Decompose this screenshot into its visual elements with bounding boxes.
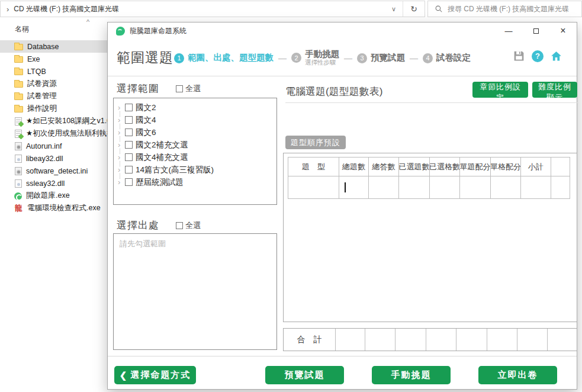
tree-checkbox[interactable]	[125, 141, 133, 149]
source-select-all-checkbox[interactable]	[176, 222, 183, 229]
address-dropdown-icon[interactable]: ∨	[385, 5, 403, 13]
tree-item[interactable]: ›國文4補充文選	[114, 151, 276, 163]
title-bar[interactable]: 龍騰題庫命題系統 — ×	[108, 23, 577, 39]
range-select-all[interactable]: 全選	[176, 83, 201, 94]
file-row[interactable]: Autorun.inf	[0, 140, 107, 152]
app-window: 龍騰題庫命題系統 — × 範圍選題 1範圍、出處、題型題數—2手動挑題選擇性步驟…	[107, 22, 577, 390]
file-row[interactable]: 試卷管理	[0, 90, 107, 102]
tree-expand-icon[interactable]: ›	[118, 153, 125, 162]
step-2[interactable]: 2手動挑題選擇性步驟	[291, 50, 339, 66]
tree-expand-icon[interactable]: ›	[118, 128, 125, 137]
step-label: 預覽試題	[371, 53, 405, 63]
tree-item-label: 國文6	[136, 127, 156, 138]
file-name: LTQB	[27, 68, 46, 76]
tree-item-label: 歷屆統測試題	[136, 177, 184, 188]
tree-expand-icon[interactable]: ›	[118, 115, 125, 124]
address-bar[interactable]: › CD 光碟機 (F:) 技高國文題庫光碟 ∨ ↻	[0, 1, 425, 17]
table-cell[interactable]	[521, 176, 551, 199]
total-row: 合 計	[283, 328, 577, 351]
config-icon	[15, 167, 22, 175]
table-cell[interactable]	[339, 176, 369, 199]
preview-questions-button[interactable]: 預覽試題	[265, 366, 344, 384]
generate-paper-button[interactable]: 立即出卷	[478, 366, 557, 384]
tree-checkbox[interactable]	[125, 166, 133, 173]
table-cell[interactable]	[369, 176, 399, 199]
table-header-cell: 題 型	[288, 158, 339, 176]
range-section-title: 選擇範圍	[117, 82, 159, 95]
tree-item[interactable]: ›國文2	[114, 101, 276, 114]
step-3[interactable]: 3預覽試題	[357, 53, 405, 63]
chapter-ratio-button[interactable]: 章節比例設定	[472, 82, 528, 98]
step-separator: —	[344, 53, 352, 63]
total-label-cell: 合 計	[284, 329, 336, 351]
tree-checkbox[interactable]	[125, 116, 133, 124]
search-input[interactable]: 搜尋 CD 光碟機 (F:) 技高國文題庫光碟	[427, 1, 582, 17]
total-cell	[456, 329, 487, 351]
close-button[interactable]: ×	[549, 23, 577, 39]
explorer-toolbar: › CD 光碟機 (F:) 技高國文題庫光碟 ∨ ↻ 搜尋 CD 光碟機 (F:…	[0, 0, 582, 18]
back-button[interactable]: ❮選擇命題方式	[114, 366, 196, 384]
table-cell[interactable]	[460, 176, 491, 199]
dragon-icon: 龍	[14, 204, 23, 213]
file-row[interactable]: 龍電腦環境檢查程式.exe	[0, 202, 107, 214]
source-select-all[interactable]: 全選	[176, 220, 201, 231]
tree-item[interactable]: ›國文6	[114, 126, 276, 139]
file-row[interactable]: 試卷資源	[0, 78, 107, 90]
question-order-badge[interactable]: 題型順序預設	[285, 136, 346, 149]
tree-item[interactable]: ›14篇古文(高三複習版)	[114, 163, 276, 176]
table-header-cell: 小計	[521, 158, 551, 176]
table-cell[interactable]	[551, 176, 570, 199]
save-icon[interactable]	[513, 50, 525, 62]
source-list[interactable]: 請先勾選範圍	[113, 233, 277, 350]
file-row[interactable]: Database	[0, 40, 107, 53]
help-icon[interactable]: ?	[532, 50, 544, 62]
file-row[interactable]: ★如已安裝108課綱之v1.0	[0, 115, 107, 127]
range-select-all-checkbox[interactable]	[176, 85, 183, 92]
file-row[interactable]: 操作說明	[0, 102, 107, 115]
folder-icon	[14, 81, 23, 88]
file-name: Database	[27, 43, 59, 51]
file-row[interactable]: 開啟題庫.exe	[0, 189, 107, 202]
file-row[interactable]: Exe	[0, 53, 107, 65]
tree-checkbox[interactable]	[125, 178, 133, 186]
breadcrumb[interactable]: CD 光碟機 (F:) 技高國文題庫光碟	[14, 4, 385, 14]
table-cell[interactable]	[288, 176, 339, 199]
file-row[interactable]: LTQB	[0, 65, 107, 78]
manual-pick-button[interactable]: 手動挑題	[372, 366, 451, 384]
step-1[interactable]: 1範圍、出處、題型題數	[174, 53, 274, 63]
file-name: Autorun.inf	[26, 142, 62, 150]
tree-expand-icon[interactable]: ›	[118, 140, 125, 149]
difficulty-ratio-button[interactable]: 難度比例顯示	[532, 82, 577, 98]
file-name: 開啟題庫.exe	[26, 191, 70, 201]
table-header-cell: 單題配分	[460, 158, 491, 176]
sort-ascending-icon[interactable]: ^	[86, 18, 89, 25]
app-green-icon	[14, 192, 22, 200]
table-cell[interactable]	[399, 176, 430, 199]
tree-expand-icon[interactable]: ›	[118, 178, 125, 187]
app-logo-icon	[116, 27, 125, 36]
home-icon[interactable]	[550, 50, 562, 62]
tree-expand-icon[interactable]: ›	[118, 103, 125, 112]
tree-item[interactable]: ›歷屆統測試題	[114, 176, 276, 188]
step-labels: 範圍、出處、題型題數	[188, 53, 274, 63]
total-cell	[336, 329, 365, 351]
tree-expand-icon[interactable]: ›	[118, 165, 125, 174]
maximize-button[interactable]	[522, 23, 549, 39]
table-cell[interactable]	[491, 176, 521, 199]
tree-checkbox[interactable]	[125, 128, 133, 136]
tree-item[interactable]: ›國文4	[114, 114, 276, 126]
tree-checkbox[interactable]	[125, 153, 133, 161]
minimize-button[interactable]: —	[495, 23, 522, 39]
file-row[interactable]: libeay32.dll	[0, 152, 107, 165]
file-row[interactable]: software_detect.ini	[0, 165, 107, 177]
table-cell[interactable]	[430, 176, 460, 199]
tree-checkbox[interactable]	[125, 104, 133, 111]
file-row[interactable]: ssleay32.dll	[0, 177, 107, 189]
folder-icon	[14, 69, 23, 75]
tree-item[interactable]: ›國文2補充文選	[114, 139, 276, 151]
file-row[interactable]: ★初次使用或無法順利執行	[0, 127, 107, 140]
step-sublabel: 選擇性步驟	[305, 59, 339, 66]
name-column-header[interactable]: 名稱	[15, 24, 29, 34]
step-4[interactable]: 4試卷設定	[423, 53, 471, 63]
refresh-icon[interactable]: ↻	[403, 4, 425, 14]
